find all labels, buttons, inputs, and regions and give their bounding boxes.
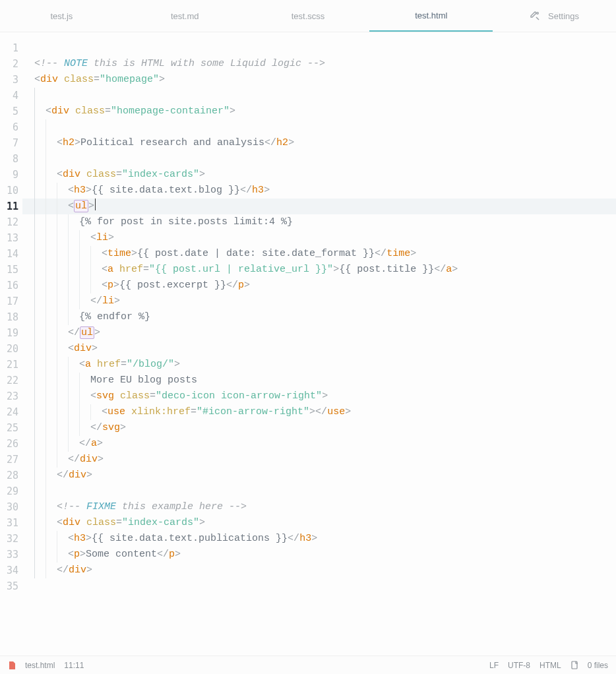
- tab-settings[interactable]: Settings: [493, 0, 616, 32]
- status-eol[interactable]: LF: [489, 661, 499, 670]
- files-icon: [570, 661, 578, 670]
- tab-bar: test.js test.md test.scss test.html Sett…: [0, 0, 616, 32]
- status-language[interactable]: HTML: [539, 661, 561, 670]
- status-filename: test.html: [25, 661, 55, 670]
- tab-test-md[interactable]: test.md: [123, 0, 247, 32]
- file-modified-icon: [8, 661, 16, 669]
- tab-test-scss[interactable]: test.scss: [247, 0, 370, 32]
- settings-icon: [530, 11, 540, 21]
- code-editor[interactable]: 1234567891011121314151617181920212223242…: [0, 32, 616, 656]
- tab-test-js[interactable]: test.js: [0, 0, 123, 32]
- tab-test-html[interactable]: test.html: [369, 0, 493, 32]
- line-number-gutter: 1234567891011121314151617181920212223242…: [0, 32, 22, 656]
- status-encoding[interactable]: UTF-8: [508, 661, 530, 670]
- code-area[interactable]: <!-- NOTE this is HTML with some Liquid …: [22, 32, 616, 656]
- status-bar: test.html 11:11 LF UTF-8 HTML 0 files: [0, 656, 616, 674]
- svg-rect-1: [572, 661, 577, 669]
- status-cursor-pos[interactable]: 11:11: [64, 661, 84, 670]
- status-file-count[interactable]: 0 files: [588, 661, 608, 670]
- svg-point-0: [537, 13, 539, 15]
